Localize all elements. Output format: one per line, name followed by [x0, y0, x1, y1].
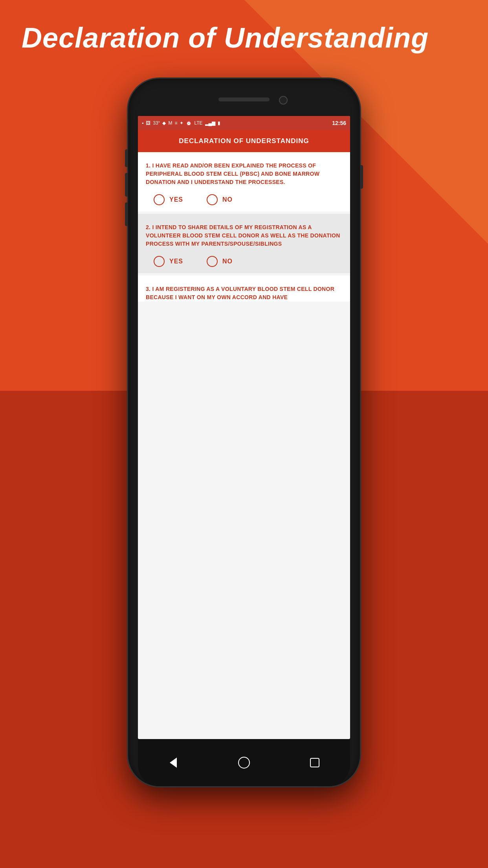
app-bar-title: DECLARATION OF UNDERSTANDING — [179, 137, 309, 145]
phone-screen: ▪ 🖼 33° ◆ M ≡ ✦ ⏰ LTE ▂▄▆ ▮ 12:56 DECLAR… — [138, 116, 350, 739]
status-icon-notes: ≡ — [174, 120, 177, 126]
phone-camera — [279, 96, 288, 105]
status-signal-bars: ▂▄▆ — [205, 120, 216, 126]
question-1-no-radio[interactable] — [207, 194, 218, 205]
home-icon — [238, 757, 250, 769]
nav-recents-button[interactable] — [307, 755, 323, 771]
question-1-yes[interactable]: YES — [154, 194, 183, 205]
question-1-yes-label: YES — [169, 196, 183, 203]
status-battery: ▮ — [218, 120, 220, 126]
question-1-no-label: NO — [222, 196, 233, 203]
question-2-no-label: NO — [222, 258, 233, 265]
status-icon-gmail: M — [168, 120, 172, 126]
status-bar: ▪ 🖼 33° ◆ M ≡ ✦ ⏰ LTE ▂▄▆ ▮ 12:56 — [138, 116, 350, 130]
status-icon-bluetooth: ✦ — [180, 120, 183, 126]
status-icon-nav: ◆ — [162, 120, 166, 126]
question-2-no[interactable]: NO — [207, 256, 233, 267]
phone-volume-up-button — [125, 173, 128, 197]
phone-volume-down-button — [125, 202, 128, 226]
question-block-2: 2. I INTEND TO SHARE DETAILS OF MY REGIS… — [138, 214, 350, 273]
question-1-text: 1. I HAVE READ AND/OR BEEN EXPLAINED THE… — [146, 162, 342, 186]
phone-navigation — [138, 739, 350, 786]
status-lte: LTE — [194, 120, 202, 126]
phone-device: ▪ 🖼 33° ◆ M ≡ ✦ ⏰ LTE ▂▄▆ ▮ 12:56 DECLAR… — [128, 79, 360, 786]
page-title: Declaration of Understanding — [22, 22, 429, 54]
phone-shell: ▪ 🖼 33° ◆ M ≡ ✦ ⏰ LTE ▂▄▆ ▮ 12:56 DECLAR… — [128, 79, 360, 786]
status-icon-square: ▪ — [142, 120, 143, 126]
question-1-answers: YES NO — [146, 194, 342, 205]
question-2-yes[interactable]: YES — [154, 256, 183, 267]
nav-back-button[interactable] — [165, 755, 181, 771]
status-temperature: 33° — [153, 120, 160, 126]
back-icon — [170, 758, 177, 768]
status-icon-alarm: ⏰ — [186, 120, 192, 126]
question-2-no-radio[interactable] — [207, 256, 218, 267]
question-3-text: 3. I AM REGISTERING AS A VOLUNTARY BLOOD… — [146, 285, 342, 302]
question-1-yes-radio[interactable] — [154, 194, 165, 205]
phone-speaker — [218, 97, 270, 101]
question-1-no[interactable]: NO — [207, 194, 233, 205]
status-icon-image: 🖼 — [146, 120, 150, 126]
question-2-answers: YES NO — [146, 256, 342, 267]
question-block-1: 1. I HAVE READ AND/OR BEEN EXPLAINED THE… — [138, 152, 350, 211]
question-2-yes-radio[interactable] — [154, 256, 165, 267]
screen-content: 1. I HAVE READ AND/OR BEEN EXPLAINED THE… — [138, 152, 350, 739]
question-2-text: 2. I INTEND TO SHARE DETAILS OF MY REGIS… — [146, 223, 342, 248]
nav-home-button[interactable] — [236, 755, 252, 771]
question-2-yes-label: YES — [169, 258, 183, 265]
status-time: 12:56 — [332, 120, 346, 126]
phone-power-button — [360, 165, 363, 189]
recents-icon — [310, 758, 319, 767]
question-block-3: 3. I AM REGISTERING AS A VOLUNTARY BLOOD… — [138, 276, 350, 302]
status-bar-left: ▪ 🖼 33° ◆ M ≡ ✦ ⏰ LTE ▂▄▆ ▮ — [142, 120, 220, 126]
app-bar: DECLARATION OF UNDERSTANDING — [138, 130, 350, 152]
phone-volume-mute-button — [125, 149, 128, 167]
